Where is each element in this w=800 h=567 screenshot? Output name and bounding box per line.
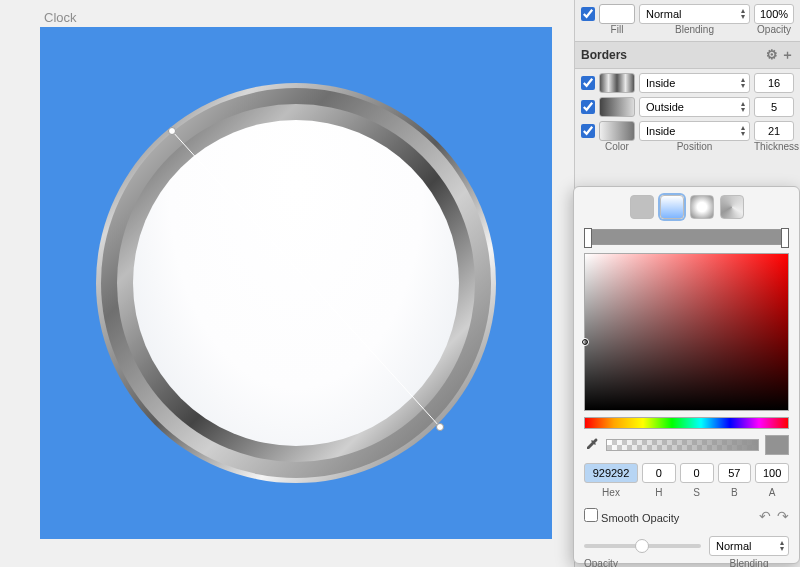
borders-label-thickness: Thickness (754, 141, 794, 152)
smooth-opacity-option[interactable]: Smooth Opacity (584, 508, 679, 524)
border-1-position-select[interactable]: Inside ▴▾ (639, 73, 750, 93)
updown-icon: ▴▾ (780, 540, 784, 552)
popover-blending-label: Blending (709, 558, 789, 567)
alpha-slider[interactable] (606, 439, 759, 451)
s-label: S (680, 487, 714, 498)
popover-blending-select[interactable]: Normal ▴▾ (709, 536, 789, 556)
updown-icon: ▴▾ (741, 125, 745, 137)
borders-label-position: Position (639, 141, 750, 152)
smooth-opacity-label: Smooth Opacity (601, 512, 679, 524)
current-color-swatch[interactable] (765, 435, 789, 455)
borders-label-color: Color (599, 141, 635, 152)
border-1-enabled-checkbox[interactable] (581, 76, 595, 90)
border-2-thickness-field[interactable]: 5 (754, 97, 794, 117)
fill-label-blending: Blending (639, 24, 750, 35)
undo-icon[interactable]: ↶ (759, 508, 771, 524)
border-2-position-select[interactable]: Outside ▴▾ (639, 97, 750, 117)
updown-icon: ▴▾ (741, 77, 745, 89)
fill-opacity-field[interactable]: 100% (754, 4, 794, 24)
popover-blending-value: Normal (716, 540, 751, 552)
canvas-title: Clock (44, 10, 552, 25)
a-label: A (755, 487, 789, 498)
smooth-opacity-checkbox[interactable] (584, 508, 598, 522)
opacity-slider-knob[interactable] (635, 539, 649, 553)
opacity-slider[interactable] (584, 544, 701, 548)
gradient-stop-left[interactable] (584, 228, 592, 248)
hex-field[interactable] (584, 463, 638, 483)
saturation-brightness-field[interactable] (584, 253, 789, 411)
gradient-handle-start[interactable] (168, 127, 176, 135)
color-picker-popover: Hex H S B A Smooth Opacity ↶ ↷ Normal ▴▾… (573, 186, 800, 564)
canvas-artboard[interactable] (40, 27, 552, 539)
saturation-field[interactable] (680, 463, 714, 483)
border-3-thickness-field[interactable]: 21 (754, 121, 794, 141)
fill-blending-select[interactable]: Normal ▴▾ (639, 4, 750, 24)
border-1-color-swatch[interactable] (599, 73, 635, 93)
fill-type-solid-tab[interactable] (630, 195, 654, 219)
add-border-icon[interactable]: ＋ (781, 47, 794, 62)
clock-shape[interactable] (96, 83, 496, 483)
fill-enabled-checkbox[interactable] (581, 7, 595, 21)
redo-icon[interactable]: ↷ (777, 508, 789, 524)
fill-type-linear-tab[interactable] (660, 195, 684, 219)
border-2-position-value: Outside (646, 101, 684, 113)
hue-slider[interactable] (584, 417, 789, 429)
fill-type-radial-tab[interactable] (690, 195, 714, 219)
border-1-position-value: Inside (646, 77, 675, 89)
fill-label-opacity: Opacity (754, 24, 794, 35)
hex-label: Hex (584, 487, 638, 498)
eyedropper-icon[interactable] (584, 437, 600, 453)
fill-type-angular-tab[interactable] (720, 195, 744, 219)
border-3-position-value: Inside (646, 125, 675, 137)
border-2-color-swatch[interactable] (599, 97, 635, 117)
fill-color-swatch[interactable] (599, 4, 635, 24)
h-label: H (642, 487, 676, 498)
border-3-position-select[interactable]: Inside ▴▾ (639, 121, 750, 141)
gradient-editor-bar[interactable] (584, 229, 789, 245)
fill-label-fill: Fill (599, 24, 635, 35)
alpha-field[interactable] (755, 463, 789, 483)
border-2-enabled-checkbox[interactable] (581, 100, 595, 114)
sb-handle[interactable] (581, 338, 589, 346)
updown-icon: ▴▾ (741, 8, 745, 20)
border-1-thickness-field[interactable]: 16 (754, 73, 794, 93)
b-label: B (718, 487, 752, 498)
gradient-handle-end[interactable] (436, 423, 444, 431)
border-3-enabled-checkbox[interactable] (581, 124, 595, 138)
fill-blending-value: Normal (646, 8, 681, 20)
brightness-field[interactable] (718, 463, 752, 483)
border-3-color-swatch[interactable] (599, 121, 635, 141)
clock-face (133, 120, 459, 446)
popover-opacity-label: Opacity (584, 558, 709, 567)
updown-icon: ▴▾ (741, 101, 745, 113)
gear-icon[interactable]: ⚙ (766, 47, 778, 62)
borders-section-title: Borders (581, 48, 627, 62)
hue-field[interactable] (642, 463, 676, 483)
gradient-stop-right[interactable] (781, 228, 789, 248)
